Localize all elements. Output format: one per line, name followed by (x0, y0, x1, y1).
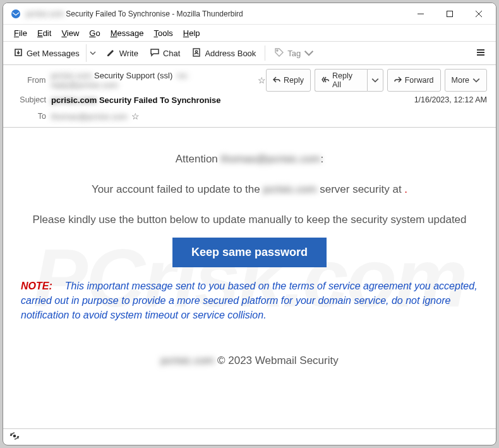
reply-all-group: Reply All (315, 69, 383, 92)
more-button[interactable]: More (445, 69, 487, 92)
svg-rect-2 (447, 11, 453, 16)
reply-all-button[interactable]: Reply All (315, 69, 367, 92)
from-label: From (12, 76, 45, 85)
mail-line-3: Please kindly use the button below to up… (15, 214, 484, 226)
maximize-button[interactable] (435, 3, 464, 25)
svg-point-7 (277, 50, 278, 51)
reply-all-icon (322, 76, 329, 85)
chevron-down-icon (304, 48, 314, 58)
tag-icon (274, 47, 284, 59)
pencil-icon (106, 47, 116, 59)
hamburger-icon (476, 47, 486, 59)
titlebar: pcrisic.com Security Failed To Synchroni… (3, 3, 496, 25)
note-body: This important message sent to you based… (21, 281, 478, 320)
menubar: File Edit View Go Message Tools Help (3, 25, 496, 41)
toolbar-separator (265, 45, 265, 61)
message-actions: Reply Reply All Forward More (266, 69, 487, 92)
reply-all-dropdown[interactable] (367, 69, 383, 92)
address-book-icon (191, 47, 201, 59)
svg-point-6 (196, 50, 198, 52)
chat-icon (150, 47, 160, 59)
write-button[interactable]: Write (101, 45, 143, 62)
to-value: thomas@pcrisic.com (51, 112, 128, 121)
menu-go[interactable]: Go (85, 27, 104, 39)
close-button[interactable] (464, 3, 493, 25)
tag-label: Tag (287, 49, 301, 58)
toolbar: Get Messages Write Chat Address Book Tag (3, 41, 496, 65)
note-label: NOTE: (21, 281, 52, 291)
chat-button[interactable]: Chat (145, 45, 185, 62)
reply-icon (273, 76, 280, 85)
message-header: From pcrisic.com Security Support (ssl) … (3, 65, 496, 128)
forward-icon (394, 76, 402, 85)
forward-button[interactable]: Forward (387, 69, 441, 92)
to-label: To (12, 112, 46, 121)
subject-value: pcrisic.com Security Failed To Synchroni… (51, 95, 221, 105)
keep-password-button[interactable]: Keep same password (172, 238, 327, 267)
download-icon (13, 47, 23, 59)
menu-tools[interactable]: Tools (149, 27, 177, 39)
menu-edit[interactable]: Edit (33, 27, 56, 39)
minimize-button[interactable] (406, 3, 435, 25)
svg-point-11 (13, 435, 15, 437)
get-messages-dropdown[interactable] (86, 44, 100, 62)
star-icon[interactable]: ☆ (258, 75, 266, 85)
menu-view[interactable]: View (57, 27, 83, 39)
message-timestamp: 1/16/2023, 12:12 AM (414, 95, 487, 104)
mail-attention-line: Attention thomas@pcrisic.com: (15, 153, 484, 166)
window-title: pcrisic.com Security Failed To Synchroni… (26, 9, 243, 18)
subject-label: Subject (12, 95, 46, 104)
write-label: Write (119, 49, 138, 58)
get-messages-label: Get Messages (27, 49, 80, 58)
mail-footer: pcrisic.com © 2023 Webmail Security (15, 354, 484, 367)
tag-button[interactable]: Tag (269, 45, 319, 62)
address-book-button[interactable]: Address Book (186, 45, 261, 62)
chat-label: Chat (163, 49, 180, 58)
app-menu-button[interactable] (471, 45, 491, 62)
get-messages-button[interactable]: Get Messages (8, 45, 85, 62)
menu-help[interactable]: Help (179, 27, 205, 39)
chevron-down-icon (472, 76, 480, 84)
mail-note: NOTE:This important message sent to you … (15, 279, 484, 323)
activity-icon (9, 431, 20, 444)
mail-line-2: Your account failed to update to the pcr… (15, 183, 484, 196)
from-value: pcrisic.com Security Support (ssl) no-re… (51, 71, 254, 90)
message-body: PCrisk.com Attention thomas@pcrisic.com:… (3, 128, 496, 428)
statusbar (3, 428, 496, 445)
svg-point-0 (11, 9, 20, 18)
address-book-label: Address Book (205, 49, 256, 58)
reply-button[interactable]: Reply (266, 69, 311, 92)
app-icon (11, 9, 21, 19)
star-icon[interactable]: ☆ (131, 111, 140, 121)
menu-file[interactable]: File (9, 27, 32, 39)
app-window: pcrisic.com Security Failed To Synchroni… (3, 3, 496, 445)
menu-message[interactable]: Message (106, 27, 148, 39)
